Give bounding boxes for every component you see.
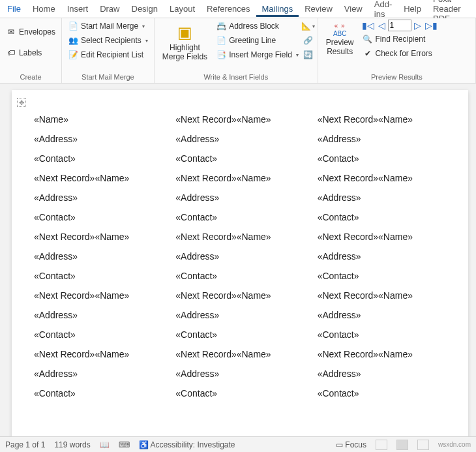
tab-home[interactable]: Home: [27, 1, 61, 17]
address-block-label: Address Block: [229, 22, 279, 31]
envelopes-button[interactable]: ✉ Envelopes: [4, 25, 57, 38]
edit-recipient-list-button[interactable]: 📝 Edit Recipient List: [66, 48, 150, 61]
group-preview: « » ABC Preview Results ▮◁ ◁ ▷ ▷▮ 🔍 Find…: [318, 18, 476, 83]
read-mode-button[interactable]: [376, 440, 387, 450]
page-indicator[interactable]: Page 1 of 1: [5, 440, 45, 449]
merge-field: «Address»: [171, 367, 313, 387]
focus-label: Focus: [345, 440, 366, 449]
merge-field: «Contact»: [171, 387, 313, 406]
proofing-icon[interactable]: 📖: [100, 440, 110, 449]
preview-label: Preview Results: [326, 38, 354, 57]
ribbon: ✉ Envelopes 🏷 Labels Create 📄 Start Mail…: [0, 18, 476, 83]
greeting-label: Greeting Line: [229, 36, 276, 45]
abc-text: ABC: [333, 30, 347, 38]
greeting-icon: 📄: [216, 35, 226, 46]
tab-design[interactable]: Design: [126, 1, 164, 17]
select-recipients-button[interactable]: 👥 Select Recipients ▾: [66, 34, 150, 47]
merge-field: «Contact»: [314, 328, 455, 348]
print-layout-button[interactable]: [396, 440, 408, 450]
greeting-line-button[interactable]: 📄 Greeting Line: [214, 34, 301, 47]
tab-view[interactable]: View: [338, 1, 368, 17]
merge-field: «Address»: [314, 367, 455, 387]
highlight-icon: ▣: [174, 22, 195, 43]
select-recipients-label: Select Recipients: [81, 36, 141, 45]
chevron-down-icon: ▾: [145, 38, 148, 44]
merge-field: «Contact»: [314, 269, 455, 289]
check-errors-button[interactable]: ✔ Check for Errors: [361, 47, 439, 60]
highlight-label: Highlight Merge Fields: [162, 43, 207, 62]
merge-field: «Contact»: [171, 269, 313, 289]
merge-field: «Address»: [30, 309, 171, 328]
update-labels-icon[interactable]: 🔄: [303, 50, 314, 60]
merge-field: «Next Record»«Name»: [314, 172, 455, 191]
errors-label: Check for Errors: [376, 49, 432, 58]
labels-label: Labels: [19, 48, 42, 57]
tab-layout[interactable]: Layout: [164, 1, 201, 17]
labels-button[interactable]: 🏷 Labels: [4, 46, 57, 59]
word-count[interactable]: 119 words: [54, 440, 90, 449]
record-number-input[interactable]: [388, 20, 411, 31]
tab-references[interactable]: References: [201, 1, 256, 17]
focus-button[interactable]: ▭ Focus: [336, 440, 366, 449]
start-mail-merge-button[interactable]: 📄 Start Mail Merge ▾: [66, 20, 150, 33]
language-icon[interactable]: ⌨: [119, 440, 130, 449]
merge-field: «Contact»: [30, 269, 171, 289]
tab-review[interactable]: Review: [299, 1, 338, 17]
accessibility-icon: ♿: [139, 440, 149, 449]
group-start-merge: 📄 Start Mail Merge ▾ 👥 Select Recipients…: [62, 18, 155, 83]
watermark: wsxdn.com: [438, 441, 471, 448]
next-record-button[interactable]: ▷: [413, 20, 423, 31]
insert-field-label: Insert Merge Field: [229, 50, 292, 59]
first-record-button[interactable]: ▮◁: [361, 20, 376, 31]
address-block-button[interactable]: 📇 Address Block: [214, 20, 301, 33]
insert-merge-field-button[interactable]: 📑 Insert Merge Field ▾: [214, 48, 301, 61]
accessibility-status[interactable]: ♿ Accessibility: Investigate: [139, 440, 235, 449]
search-icon: 🔍: [363, 34, 373, 44]
tab-insert[interactable]: Insert: [61, 1, 95, 17]
chevron-down-icon: ▾: [142, 23, 145, 29]
ribbon-tabs: File Home Insert Draw Design Layout Refe…: [0, 0, 476, 18]
document-area: ✥ «Name»«Next Record»«Name»«Next Record»…: [0, 83, 476, 436]
merge-field: «Address»: [30, 250, 171, 269]
preview-results-button[interactable]: « » ABC Preview Results: [322, 20, 358, 59]
merge-field: «Contact»: [171, 328, 313, 348]
accessibility-label: Accessibility: Investigate: [150, 440, 235, 449]
envelope-icon: ✉: [6, 27, 16, 37]
merge-field: «Next Record»«Name»: [171, 113, 313, 132]
group-start-label: Start Mail Merge: [66, 72, 150, 83]
group-create-label: Create: [4, 72, 57, 83]
page[interactable]: ✥ «Name»«Next Record»«Name»«Next Record»…: [12, 90, 468, 436]
abc-arrows: « »: [335, 22, 346, 30]
merge-field: «Next Record»«Name»: [30, 348, 171, 367]
merge-field: «Next Record»«Name»: [314, 230, 455, 250]
check-icon: ✔: [363, 48, 373, 59]
rules-icon[interactable]: 📐▾: [303, 21, 314, 31]
edit-list-label: Edit Recipient List: [81, 50, 143, 59]
tab-mailings[interactable]: Mailings: [256, 1, 299, 17]
group-write-label: Write & Insert Fields: [158, 72, 314, 83]
merge-field: «Contact»: [314, 387, 455, 406]
merge-field: «Next Record»«Name»: [171, 289, 313, 309]
merge-field: «Next Record»«Name»: [171, 348, 313, 367]
merge-field: «Contact»: [314, 211, 455, 230]
merge-field: «Address»: [30, 132, 171, 152]
last-record-button[interactable]: ▷▮: [424, 20, 439, 31]
merge-field: «Next Record»«Name»: [30, 230, 171, 250]
find-recipient-button[interactable]: 🔍 Find Recipient: [361, 33, 439, 46]
prev-record-button[interactable]: ◁: [377, 20, 387, 31]
highlight-fields-button[interactable]: ▣ Highlight Merge Fields: [158, 20, 211, 65]
merge-field: «Address»: [30, 367, 171, 387]
web-layout-button[interactable]: [417, 440, 429, 450]
merge-field: «Next Record»«Name»: [30, 289, 171, 309]
start-merge-label: Start Mail Merge: [81, 22, 138, 31]
tab-help[interactable]: Help: [398, 1, 427, 17]
envelopes-label: Envelopes: [19, 27, 55, 37]
merge-field: «Address»: [314, 191, 455, 211]
merge-field: «Contact»: [171, 211, 313, 230]
tab-draw[interactable]: Draw: [94, 1, 125, 17]
match-fields-icon[interactable]: 🔗: [303, 35, 314, 46]
table-anchor-icon[interactable]: ✥: [17, 98, 26, 107]
tab-file[interactable]: File: [1, 1, 27, 17]
merge-field: «Contact»: [30, 328, 171, 348]
group-write: ▣ Highlight Merge Fields 📇 Address Block…: [155, 18, 318, 83]
